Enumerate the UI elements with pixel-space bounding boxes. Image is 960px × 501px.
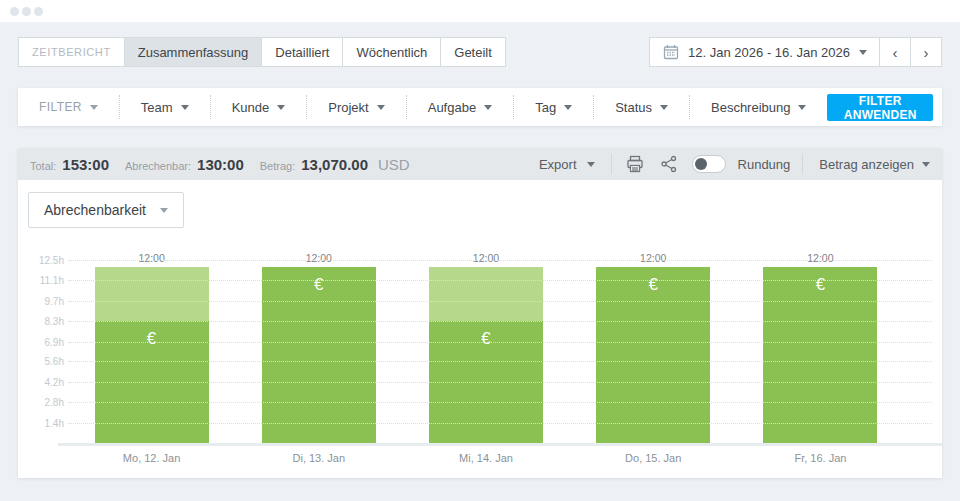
chevron-down-icon — [277, 105, 285, 110]
bar-total-label: 12:00 — [596, 252, 710, 264]
prev-period-button[interactable]: ‹ — [879, 38, 910, 66]
chevron-down-icon — [564, 105, 572, 110]
day-bar[interactable]: 12:00€ — [262, 267, 376, 443]
report-toolbar: ZEITBERICHT Zusammenfassung Detailliert … — [18, 37, 942, 67]
apply-filter-button[interactable]: FILTER ANWENDEN — [827, 94, 933, 121]
window-dot-icon — [10, 7, 19, 16]
non-billable-segment[interactable] — [95, 267, 209, 321]
billable-segment[interactable]: € — [262, 267, 376, 443]
plot-area: 12:00€12:00€12:00€12:00€12:00€ — [68, 260, 932, 443]
rounding-toggle[interactable] — [692, 155, 726, 173]
gridline — [68, 301, 932, 302]
y-axis-tick: 12.5h — [39, 255, 64, 266]
filter-label: FILTER — [39, 100, 82, 114]
bar-total-label: 12:00 — [262, 252, 376, 264]
bar-slot: 12:00€ — [68, 260, 235, 443]
euro-icon: € — [596, 275, 710, 295]
share-icon[interactable] — [658, 153, 680, 175]
filter-projekt[interactable]: Projekt — [307, 95, 406, 119]
calendar-icon — [662, 44, 679, 61]
chevron-down-icon — [798, 105, 806, 110]
bar-slot: 12:00€ — [235, 260, 402, 443]
filter-beschreibung[interactable]: Beschreibung — [690, 95, 828, 119]
print-icon[interactable] — [624, 153, 646, 175]
gridline — [68, 382, 932, 383]
tab-zeitbericht-label: ZEITBERICHT — [18, 37, 125, 67]
day-bar[interactable]: 12:00€ — [429, 267, 543, 443]
gridline — [68, 342, 932, 343]
window-dot-icon — [22, 7, 31, 16]
y-axis-tick: 1.4h — [45, 418, 64, 429]
chevron-down-icon — [484, 105, 492, 110]
report-card: Total: 153:00 Abrechenbar: 130:00 Betrag… — [18, 148, 942, 478]
bar-slot: 12:00€ — [402, 260, 569, 443]
x-axis-label: Mo, 12. Jan — [68, 452, 235, 464]
toggle-knob — [695, 158, 707, 170]
filter-kunde[interactable]: Kunde — [211, 95, 308, 119]
bar-total-label: 12:00 — [429, 252, 543, 264]
bar-chart: 12.5h11.1h9.7h8.3h6.9h5.6h4.2h2.8h1.4h 1… — [28, 260, 932, 443]
filter-bar: FILTER Team Kunde Projekt Aufgabe Tag — [18, 88, 942, 126]
next-period-button[interactable]: › — [910, 38, 941, 66]
billable-segment[interactable]: € — [596, 267, 710, 443]
filter-aufgabe-label: Aufgabe — [428, 100, 476, 115]
euro-icon: € — [763, 275, 877, 295]
divider — [611, 154, 612, 174]
chevron-down-icon — [859, 50, 867, 55]
euro-icon: € — [95, 329, 209, 349]
gridline — [68, 402, 932, 403]
summary-bar: Total: 153:00 Abrechenbar: 130:00 Betrag… — [18, 148, 942, 180]
day-bar[interactable]: 12:00€ — [95, 267, 209, 443]
gridline — [68, 260, 932, 261]
day-bar[interactable]: 12:00€ — [596, 267, 710, 443]
show-amount-dropdown[interactable]: Betrag anzeigen — [815, 157, 930, 172]
billable-segment[interactable]: € — [763, 267, 877, 443]
filter-projekt-label: Projekt — [328, 100, 368, 115]
gridline — [68, 361, 932, 362]
filter-tag-label: Tag — [535, 100, 556, 115]
chevron-down-icon — [922, 162, 930, 167]
billable-value: 130:00 — [197, 156, 244, 173]
divider — [802, 154, 803, 174]
billability-label: Abrechenbarkeit — [44, 202, 146, 218]
gridline — [68, 321, 932, 322]
gridline — [68, 423, 932, 424]
euro-icon: € — [429, 329, 543, 349]
date-range-button[interactable]: 12. Jan 2026 - 16. Jan 2026 — [650, 38, 879, 66]
x-axis-label: Do, 15. Jan — [570, 452, 737, 464]
export-label: Export — [539, 157, 577, 172]
x-axis-label: Fr, 16. Jan — [737, 452, 904, 464]
rounding-label: Rundung — [738, 157, 791, 172]
currency-label: USD — [378, 156, 410, 173]
chevron-down-icon — [90, 105, 98, 110]
bar-slot: 12:00€ — [737, 260, 904, 443]
export-dropdown[interactable]: Export — [539, 157, 599, 172]
y-axis-tick: 6.9h — [45, 337, 64, 348]
non-billable-segment[interactable] — [429, 267, 543, 321]
app-window: ZEITBERICHT Zusammenfassung Detailliert … — [0, 0, 960, 501]
chevron-down-icon — [160, 208, 168, 213]
chevron-down-icon — [587, 162, 595, 167]
tab-detailliert[interactable]: Detailliert — [261, 37, 343, 67]
date-range-picker: 12. Jan 2026 - 16. Jan 2026 ‹ › — [649, 37, 942, 67]
tab-zusammenfassung[interactable]: Zusammenfassung — [124, 37, 263, 67]
chevron-down-icon — [181, 105, 189, 110]
y-axis-tick: 11.1h — [40, 275, 64, 286]
total-label: Total: — [30, 160, 56, 172]
filter-aufgabe[interactable]: Aufgabe — [407, 95, 514, 119]
filter-menu[interactable]: FILTER — [18, 95, 120, 119]
report-tabs: ZEITBERICHT Zusammenfassung Detailliert … — [18, 37, 506, 67]
filter-kunde-label: Kunde — [232, 100, 270, 115]
filter-status[interactable]: Status — [594, 95, 690, 119]
summary-totals: Total: 153:00 Abrechenbar: 130:00 Betrag… — [30, 156, 410, 173]
tab-woechentlich[interactable]: Wöchentlich — [342, 37, 441, 67]
day-bar[interactable]: 12:00€ — [763, 267, 877, 443]
chevron-down-icon — [377, 105, 385, 110]
bar-total-label: 12:00 — [95, 252, 209, 264]
filter-tag[interactable]: Tag — [514, 95, 594, 119]
tab-geteilt[interactable]: Geteilt — [440, 37, 506, 67]
filter-team[interactable]: Team — [120, 95, 211, 119]
x-axis-labels: Mo, 12. JanDi, 13. JanMi, 14. JanDo, 15.… — [68, 452, 904, 464]
billability-select[interactable]: Abrechenbarkeit — [28, 192, 184, 228]
total-value: 153:00 — [62, 156, 109, 173]
